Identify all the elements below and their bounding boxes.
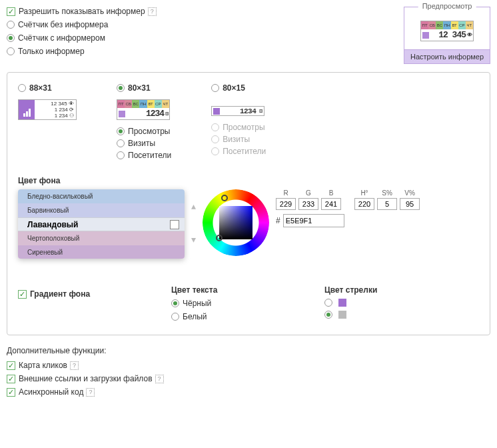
arrow-gray-radio[interactable] (324, 311, 332, 319)
gradient-checkbox[interactable]: ✓ (18, 290, 27, 299)
arrow-purple-radio[interactable] (324, 299, 332, 307)
color-swatches[interactable]: Бледно-васильковыйБарвинковыйЛавандовыйЧ… (18, 189, 185, 259)
metric-visitors-radio-disabled (211, 147, 219, 155)
metric-visitors-radio[interactable] (117, 151, 125, 159)
text-black-radio[interactable] (171, 299, 179, 307)
bars-icon (213, 108, 220, 115)
text-color-label: Цвет текста (171, 285, 284, 295)
arrow-color-label: Цвет стрелки (324, 285, 438, 295)
metric-visits-label-d: Визиты (223, 135, 250, 144)
arrow-up-icon[interactable]: ▴ (191, 201, 196, 211)
text-white-radio[interactable] (171, 313, 179, 321)
help-icon[interactable]: ? (70, 361, 79, 370)
hex-input[interactable] (283, 214, 344, 227)
bg-color-label: Цвет фона (18, 176, 479, 185)
r-label: R (283, 189, 288, 197)
b-label: B (329, 189, 334, 197)
swatch-item[interactable]: Чертополоховый (18, 231, 185, 245)
bars-icon (119, 111, 125, 117)
r-input[interactable] (276, 198, 296, 210)
hash-label: # (276, 216, 280, 225)
informer-only-radio[interactable] (7, 47, 15, 55)
help-icon[interactable]: ? (86, 388, 95, 397)
allow-informer-checkbox[interactable]: ✓ (7, 7, 15, 16)
v-label: V% (404, 189, 415, 197)
counter-with-informer-radio[interactable] (7, 34, 15, 42)
gradient-label: Градиент фона (30, 289, 90, 299)
size-88x31-radio[interactable] (18, 84, 26, 92)
text-black-label: Чёрный (183, 299, 211, 308)
g-input[interactable] (298, 198, 318, 210)
external-checkbox[interactable]: ✓ (7, 375, 15, 383)
b-input[interactable] (321, 198, 341, 210)
counter-with-informer-label: Счётчик с информером (18, 33, 105, 43)
async-checkbox[interactable]: ✓ (7, 388, 15, 397)
metric-visitors-label: Посетители (128, 151, 171, 160)
metric-views-radio-disabled (211, 123, 219, 131)
clickmap-checkbox[interactable]: ✓ (7, 361, 15, 370)
metric-views-radio[interactable] (117, 127, 125, 135)
help-icon[interactable]: ? (155, 375, 164, 383)
clickmap-label: Карта кликов (19, 361, 67, 370)
async-label: Асинхронный код (19, 387, 83, 397)
v-input[interactable] (400, 198, 420, 210)
informer-80x15-preview: 1234 ⊡ (211, 106, 264, 116)
swatch-item[interactable]: Лавандовый (18, 217, 185, 231)
hue-handle[interactable] (221, 195, 228, 201)
counter-no-informer-radio[interactable] (7, 21, 15, 29)
metric-visits-radio-disabled (211, 135, 219, 143)
counter-no-informer-label: Счётчик без информера (18, 20, 108, 29)
metric-visits-radio[interactable] (117, 139, 125, 147)
preview-informer: ПТСБВСПНВТСРЧТ 12 345👁 (420, 21, 474, 41)
arrow-down-icon[interactable]: ▾ (191, 234, 196, 245)
num-80x15: 1234 (221, 107, 258, 115)
informer-80x31-preview: ПТСБВСПНВТСРЧТ 1234⊡ (117, 99, 170, 120)
metric-views-label: Просмотры (128, 127, 170, 136)
metric-visits-label: Визиты (128, 139, 155, 148)
informer-only-label: Только информер (18, 47, 85, 56)
s-input[interactable] (377, 198, 397, 210)
metric-visitors-label-d: Посетители (223, 147, 266, 156)
size-80x31-label: 80×31 (128, 83, 151, 93)
preview-title: Предпросмотр (418, 2, 476, 10)
footer-title: Дополнительные функции: (7, 346, 490, 355)
configure-informer-button[interactable]: Настроить информер (404, 49, 490, 63)
h-label: H° (360, 189, 368, 197)
size-80x15-label: 80×15 (223, 83, 245, 93)
color-picker[interactable] (203, 189, 269, 256)
g-label: G (306, 189, 311, 197)
size-88x31-label: 88×31 (29, 83, 52, 93)
arrow-purple-icon (338, 299, 346, 307)
s-label: S% (382, 189, 392, 197)
preview-number: 12 345 (438, 30, 466, 40)
metric-views-label-d: Просмотры (223, 123, 264, 132)
arrow-gray-icon (338, 311, 346, 319)
num-80x31: 1234 (146, 109, 164, 119)
swatch-item[interactable]: Сиреневый (18, 245, 185, 259)
size-80x31-radio[interactable] (117, 84, 125, 92)
size-80x15-radio[interactable] (211, 84, 219, 92)
preview-panel: Предпросмотр ПТСБВСПНВТСРЧТ 12 345👁 Наст… (404, 7, 490, 64)
h-input[interactable] (354, 198, 374, 210)
swatch-item[interactable]: Барвинковый (18, 203, 185, 217)
informer-88x31-preview: 12 345 👁1 234 ⟳1 234 ⚇ (18, 99, 77, 120)
external-label: Внешние ссылки и загрузки файлов (19, 374, 153, 383)
bars-icon (422, 32, 429, 39)
allow-informer-label: Разрешить показывать информер (19, 7, 145, 16)
swatch-arrows: ▴▾ (191, 189, 196, 256)
sv-handle[interactable] (216, 235, 223, 241)
text-white-label: Белый (183, 312, 207, 321)
swatch-item[interactable]: Бледно-васильковый (18, 189, 185, 203)
help-icon[interactable]: ? (148, 7, 157, 16)
